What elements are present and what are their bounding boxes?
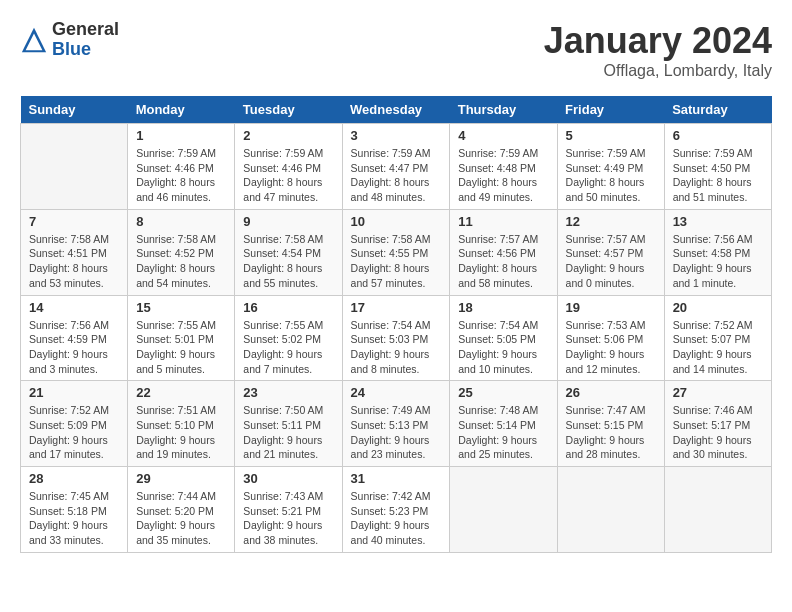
- day-info: Sunrise: 7:55 AMSunset: 5:02 PMDaylight:…: [243, 318, 333, 377]
- day-number: 18: [458, 300, 548, 315]
- day-number: 20: [673, 300, 763, 315]
- day-number: 14: [29, 300, 119, 315]
- weekday-header-thursday: Thursday: [450, 96, 557, 124]
- month-title: January 2024: [544, 20, 772, 62]
- day-number: 1: [136, 128, 226, 143]
- calendar-week-row: 1Sunrise: 7:59 AMSunset: 4:46 PMDaylight…: [21, 124, 772, 210]
- day-info: Sunrise: 7:59 AMSunset: 4:50 PMDaylight:…: [673, 146, 763, 205]
- day-number: 9: [243, 214, 333, 229]
- day-number: 8: [136, 214, 226, 229]
- day-number: 23: [243, 385, 333, 400]
- calendar-cell: [450, 467, 557, 553]
- day-number: 6: [673, 128, 763, 143]
- location: Offlaga, Lombardy, Italy: [544, 62, 772, 80]
- calendar-cell: 28Sunrise: 7:45 AMSunset: 5:18 PMDayligh…: [21, 467, 128, 553]
- day-info: Sunrise: 7:48 AMSunset: 5:14 PMDaylight:…: [458, 403, 548, 462]
- day-number: 31: [351, 471, 442, 486]
- calendar-cell: 25Sunrise: 7:48 AMSunset: 5:14 PMDayligh…: [450, 381, 557, 467]
- calendar-cell: 9Sunrise: 7:58 AMSunset: 4:54 PMDaylight…: [235, 209, 342, 295]
- day-info: Sunrise: 7:55 AMSunset: 5:01 PMDaylight:…: [136, 318, 226, 377]
- day-number: 10: [351, 214, 442, 229]
- calendar-cell: 30Sunrise: 7:43 AMSunset: 5:21 PMDayligh…: [235, 467, 342, 553]
- day-number: 12: [566, 214, 656, 229]
- day-info: Sunrise: 7:56 AMSunset: 4:59 PMDaylight:…: [29, 318, 119, 377]
- day-info: Sunrise: 7:56 AMSunset: 4:58 PMDaylight:…: [673, 232, 763, 291]
- calendar-cell: 8Sunrise: 7:58 AMSunset: 4:52 PMDaylight…: [128, 209, 235, 295]
- weekday-header-wednesday: Wednesday: [342, 96, 450, 124]
- calendar-cell: [21, 124, 128, 210]
- day-info: Sunrise: 7:49 AMSunset: 5:13 PMDaylight:…: [351, 403, 442, 462]
- day-number: 16: [243, 300, 333, 315]
- calendar-cell: 7Sunrise: 7:58 AMSunset: 4:51 PMDaylight…: [21, 209, 128, 295]
- day-info: Sunrise: 7:54 AMSunset: 5:03 PMDaylight:…: [351, 318, 442, 377]
- calendar-cell: 16Sunrise: 7:55 AMSunset: 5:02 PMDayligh…: [235, 295, 342, 381]
- calendar-cell: 13Sunrise: 7:56 AMSunset: 4:58 PMDayligh…: [664, 209, 771, 295]
- logo-general: General: [52, 20, 119, 40]
- calendar-cell: 29Sunrise: 7:44 AMSunset: 5:20 PMDayligh…: [128, 467, 235, 553]
- day-number: 22: [136, 385, 226, 400]
- day-number: 17: [351, 300, 442, 315]
- calendar-week-row: 14Sunrise: 7:56 AMSunset: 4:59 PMDayligh…: [21, 295, 772, 381]
- calendar-cell: 22Sunrise: 7:51 AMSunset: 5:10 PMDayligh…: [128, 381, 235, 467]
- logo-text: General Blue: [52, 20, 119, 60]
- day-info: Sunrise: 7:44 AMSunset: 5:20 PMDaylight:…: [136, 489, 226, 548]
- calendar-cell: 21Sunrise: 7:52 AMSunset: 5:09 PMDayligh…: [21, 381, 128, 467]
- day-number: 15: [136, 300, 226, 315]
- day-info: Sunrise: 7:45 AMSunset: 5:18 PMDaylight:…: [29, 489, 119, 548]
- weekday-header-tuesday: Tuesday: [235, 96, 342, 124]
- day-info: Sunrise: 7:57 AMSunset: 4:57 PMDaylight:…: [566, 232, 656, 291]
- day-number: 2: [243, 128, 333, 143]
- calendar-cell: 4Sunrise: 7:59 AMSunset: 4:48 PMDaylight…: [450, 124, 557, 210]
- day-number: 25: [458, 385, 548, 400]
- day-number: 11: [458, 214, 548, 229]
- day-info: Sunrise: 7:51 AMSunset: 5:10 PMDaylight:…: [136, 403, 226, 462]
- day-number: 26: [566, 385, 656, 400]
- day-number: 21: [29, 385, 119, 400]
- calendar-cell: 26Sunrise: 7:47 AMSunset: 5:15 PMDayligh…: [557, 381, 664, 467]
- day-number: 19: [566, 300, 656, 315]
- day-info: Sunrise: 7:58 AMSunset: 4:54 PMDaylight:…: [243, 232, 333, 291]
- day-info: Sunrise: 7:59 AMSunset: 4:47 PMDaylight:…: [351, 146, 442, 205]
- calendar-cell: 27Sunrise: 7:46 AMSunset: 5:17 PMDayligh…: [664, 381, 771, 467]
- logo-blue: Blue: [52, 40, 119, 60]
- day-info: Sunrise: 7:59 AMSunset: 4:46 PMDaylight:…: [243, 146, 333, 205]
- calendar-cell: 14Sunrise: 7:56 AMSunset: 4:59 PMDayligh…: [21, 295, 128, 381]
- weekday-header-friday: Friday: [557, 96, 664, 124]
- day-number: 7: [29, 214, 119, 229]
- weekday-header-monday: Monday: [128, 96, 235, 124]
- day-number: 3: [351, 128, 442, 143]
- weekday-header-row: SundayMondayTuesdayWednesdayThursdayFrid…: [21, 96, 772, 124]
- day-info: Sunrise: 7:43 AMSunset: 5:21 PMDaylight:…: [243, 489, 333, 548]
- day-info: Sunrise: 7:54 AMSunset: 5:05 PMDaylight:…: [458, 318, 548, 377]
- day-info: Sunrise: 7:59 AMSunset: 4:46 PMDaylight:…: [136, 146, 226, 205]
- calendar-cell: 19Sunrise: 7:53 AMSunset: 5:06 PMDayligh…: [557, 295, 664, 381]
- day-info: Sunrise: 7:47 AMSunset: 5:15 PMDaylight:…: [566, 403, 656, 462]
- calendar-cell: 18Sunrise: 7:54 AMSunset: 5:05 PMDayligh…: [450, 295, 557, 381]
- day-number: 28: [29, 471, 119, 486]
- day-info: Sunrise: 7:57 AMSunset: 4:56 PMDaylight:…: [458, 232, 548, 291]
- weekday-header-sunday: Sunday: [21, 96, 128, 124]
- calendar-cell: 5Sunrise: 7:59 AMSunset: 4:49 PMDaylight…: [557, 124, 664, 210]
- day-number: 30: [243, 471, 333, 486]
- day-info: Sunrise: 7:50 AMSunset: 5:11 PMDaylight:…: [243, 403, 333, 462]
- calendar-cell: 17Sunrise: 7:54 AMSunset: 5:03 PMDayligh…: [342, 295, 450, 381]
- day-info: Sunrise: 7:58 AMSunset: 4:52 PMDaylight:…: [136, 232, 226, 291]
- calendar-cell: 1Sunrise: 7:59 AMSunset: 4:46 PMDaylight…: [128, 124, 235, 210]
- calendar-cell: 2Sunrise: 7:59 AMSunset: 4:46 PMDaylight…: [235, 124, 342, 210]
- calendar-cell: 15Sunrise: 7:55 AMSunset: 5:01 PMDayligh…: [128, 295, 235, 381]
- day-info: Sunrise: 7:46 AMSunset: 5:17 PMDaylight:…: [673, 403, 763, 462]
- calendar-cell: [557, 467, 664, 553]
- day-info: Sunrise: 7:52 AMSunset: 5:07 PMDaylight:…: [673, 318, 763, 377]
- day-info: Sunrise: 7:42 AMSunset: 5:23 PMDaylight:…: [351, 489, 442, 548]
- title-block: January 2024 Offlaga, Lombardy, Italy: [544, 20, 772, 80]
- calendar-cell: [664, 467, 771, 553]
- logo: General Blue: [20, 20, 119, 60]
- logo-icon: [20, 26, 48, 54]
- day-info: Sunrise: 7:58 AMSunset: 4:55 PMDaylight:…: [351, 232, 442, 291]
- calendar-cell: 6Sunrise: 7:59 AMSunset: 4:50 PMDaylight…: [664, 124, 771, 210]
- calendar-cell: 3Sunrise: 7:59 AMSunset: 4:47 PMDaylight…: [342, 124, 450, 210]
- calendar-cell: 20Sunrise: 7:52 AMSunset: 5:07 PMDayligh…: [664, 295, 771, 381]
- calendar-week-row: 21Sunrise: 7:52 AMSunset: 5:09 PMDayligh…: [21, 381, 772, 467]
- calendar-table: SundayMondayTuesdayWednesdayThursdayFrid…: [20, 96, 772, 553]
- calendar-cell: 24Sunrise: 7:49 AMSunset: 5:13 PMDayligh…: [342, 381, 450, 467]
